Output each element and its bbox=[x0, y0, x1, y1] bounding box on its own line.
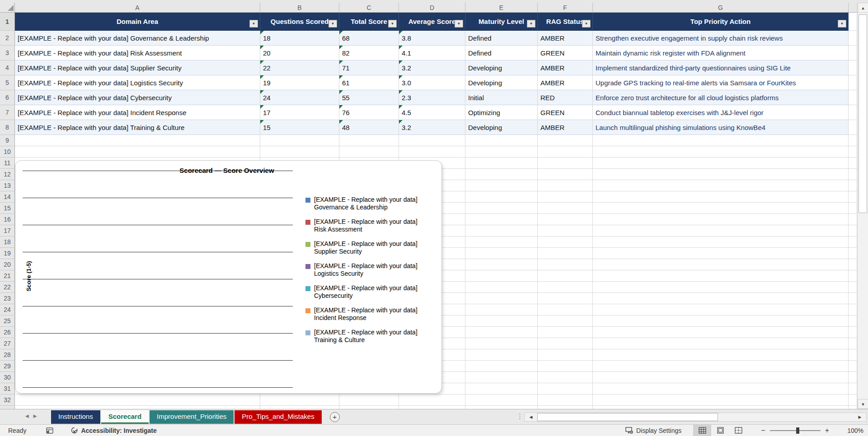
empty-cell[interactable] bbox=[538, 259, 593, 270]
empty-cell[interactable] bbox=[465, 304, 538, 315]
cell-domain-area[interactable]: [EXAMPLE - Replace with your data] Incid… bbox=[15, 105, 260, 120]
sheet-tab[interactable]: Improvement_Priorities bbox=[150, 410, 234, 424]
filter-dropdown-icon[interactable]: ▼ bbox=[328, 20, 337, 28]
chart-object[interactable]: Scorecard — Score Overview Score (1-5) [… bbox=[15, 160, 442, 394]
cell-average-score[interactable]: 2.3 bbox=[399, 90, 465, 105]
empty-cell[interactable] bbox=[15, 135, 260, 146]
empty-cell[interactable] bbox=[849, 135, 857, 146]
empty-cell[interactable] bbox=[593, 327, 849, 338]
column-header[interactable]: F bbox=[538, 3, 593, 13]
page-layout-view-button[interactable] bbox=[711, 425, 729, 436]
cell-total-score[interactable]: 76 bbox=[339, 105, 399, 120]
row-header[interactable]: 19 bbox=[0, 248, 15, 259]
empty-cell[interactable] bbox=[538, 237, 593, 248]
empty-cell[interactable] bbox=[465, 293, 538, 304]
cell-top-priority-action[interactable]: Enforce zero trust architecture for all … bbox=[593, 90, 849, 105]
cell-domain-area[interactable]: [EXAMPLE - Replace with your data] Gover… bbox=[15, 31, 260, 46]
empty-cell[interactable] bbox=[465, 146, 538, 158]
scroll-up-icon[interactable]: ▲ bbox=[858, 3, 868, 13]
empty-cell[interactable] bbox=[339, 146, 399, 158]
cell-rag-status[interactable]: GREEN bbox=[538, 46, 593, 60]
cell-questions-scored[interactable]: 15 bbox=[260, 120, 339, 135]
vertical-scrollbar[interactable]: ▲ ▼ bbox=[857, 3, 868, 409]
cell-questions-scored[interactable]: 17 bbox=[260, 105, 339, 120]
empty-cell[interactable] bbox=[538, 338, 593, 349]
cell-average-score[interactable]: 4.5 bbox=[399, 105, 465, 120]
cell-top-priority-action[interactable]: Strengthen executive engagement in suppl… bbox=[593, 31, 849, 46]
empty-cell[interactable] bbox=[593, 237, 849, 248]
empty-cell[interactable] bbox=[465, 383, 538, 394]
empty-cell[interactable] bbox=[849, 270, 857, 282]
cell-top-priority-action[interactable]: Conduct biannual tabletop exercises with… bbox=[593, 105, 849, 120]
cell-total-score[interactable]: 48 bbox=[339, 120, 399, 135]
zoom-level[interactable]: 100% bbox=[840, 427, 863, 434]
empty-cell[interactable] bbox=[593, 158, 849, 169]
cell-total-score[interactable]: 55 bbox=[339, 90, 399, 105]
cell-maturity-level[interactable]: Developing bbox=[465, 75, 538, 90]
empty-cell[interactable] bbox=[538, 146, 593, 158]
empty-cell[interactable] bbox=[538, 293, 593, 304]
scroll-down-icon[interactable]: ▼ bbox=[858, 399, 868, 409]
row-header[interactable]: 18 bbox=[0, 237, 15, 248]
column-header[interactable]: E bbox=[465, 3, 538, 13]
row-header[interactable]: 24 bbox=[0, 304, 15, 315]
cell-rag-status[interactable]: AMBER bbox=[538, 75, 593, 90]
empty-cell[interactable] bbox=[260, 394, 339, 406]
sheet-tab[interactable]: Instructions bbox=[51, 410, 100, 424]
row-header[interactable]: 21 bbox=[0, 270, 15, 282]
cell-maturity-level[interactable]: Optimizing bbox=[465, 105, 538, 120]
add-sheet-button[interactable]: + bbox=[330, 412, 340, 422]
empty-cell[interactable] bbox=[593, 394, 849, 406]
empty-cell[interactable] bbox=[593, 293, 849, 304]
empty-cell[interactable] bbox=[15, 146, 260, 158]
row-header[interactable]: 15 bbox=[0, 203, 15, 214]
accessibility-status[interactable]: Accessibility: Investigate bbox=[70, 427, 156, 434]
row-header[interactable]: 16 bbox=[0, 214, 15, 225]
table-header-cell[interactable]: Domain Area ▼ bbox=[15, 13, 260, 31]
cell-questions-scored[interactable]: 18 bbox=[260, 31, 339, 46]
cell-questions-scored[interactable]: 20 bbox=[260, 46, 339, 60]
row-header[interactable]: 9 bbox=[0, 135, 15, 146]
empty-cell[interactable] bbox=[399, 135, 465, 146]
cell-maturity-level[interactable]: Defined bbox=[465, 46, 538, 60]
empty-cell[interactable] bbox=[849, 372, 857, 383]
empty-cell[interactable] bbox=[849, 338, 857, 349]
empty-cell[interactable] bbox=[593, 180, 849, 191]
cell-top-priority-action[interactable]: Implement standardized third-party quest… bbox=[593, 60, 849, 75]
zoom-slider-thumb[interactable] bbox=[796, 427, 799, 434]
cell-h[interactable] bbox=[849, 105, 857, 120]
filter-dropdown-icon[interactable]: ▼ bbox=[455, 20, 463, 28]
empty-cell[interactable] bbox=[399, 394, 465, 406]
horizontal-scrollbar[interactable]: ◀ ▶ bbox=[524, 413, 867, 422]
empty-cell[interactable] bbox=[538, 394, 593, 406]
empty-cell[interactable] bbox=[465, 169, 538, 180]
cell-top-priority-action[interactable]: Upgrade GPS tracking to real-time alerts… bbox=[593, 75, 849, 90]
empty-cell[interactable] bbox=[538, 158, 593, 169]
macro-record-icon[interactable] bbox=[46, 427, 53, 434]
table-header-cell[interactable]: RAG Status ▼ bbox=[538, 13, 593, 31]
empty-cell[interactable] bbox=[15, 394, 260, 406]
empty-cell[interactable] bbox=[849, 394, 857, 406]
scrollbar-drag-handle[interactable]: ⋮ bbox=[516, 412, 523, 420]
empty-cell[interactable] bbox=[593, 169, 849, 180]
empty-cell[interactable] bbox=[538, 135, 593, 146]
row-header[interactable]: 8 bbox=[0, 120, 15, 135]
empty-cell[interactable] bbox=[593, 203, 849, 214]
empty-cell[interactable] bbox=[849, 237, 857, 248]
empty-cell[interactable] bbox=[465, 237, 538, 248]
empty-cell[interactable] bbox=[849, 304, 857, 315]
empty-cell[interactable] bbox=[849, 248, 857, 259]
empty-cell[interactable] bbox=[538, 169, 593, 180]
cell-total-score[interactable]: 82 bbox=[339, 46, 399, 60]
zoom-slider[interactable] bbox=[770, 430, 821, 431]
cell-h[interactable] bbox=[849, 120, 857, 135]
vertical-scrollbar-thumb[interactable] bbox=[859, 14, 867, 213]
empty-cell[interactable] bbox=[538, 248, 593, 259]
empty-cell[interactable] bbox=[849, 158, 857, 169]
cell-h[interactable] bbox=[849, 31, 857, 46]
cell-maturity-level[interactable]: Initial bbox=[465, 90, 538, 105]
table-header-cell[interactable]: Top Priority Action ▼ bbox=[593, 13, 849, 31]
row-header[interactable]: 14 bbox=[0, 191, 15, 203]
empty-cell[interactable] bbox=[465, 214, 538, 225]
row-header[interactable]: 6 bbox=[0, 90, 15, 105]
